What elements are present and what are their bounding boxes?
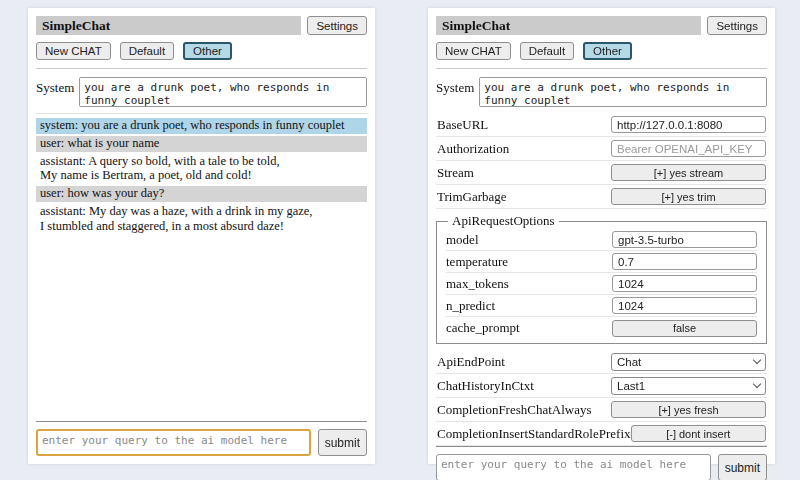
chat-message-list: system: you are a drunk poet, who respon… [36, 113, 367, 236]
app-header: SimpleChat Settings [436, 16, 767, 35]
setting-row-chat-history-in-ctxt: ChatHistoryInCtxt Last1 [436, 374, 767, 398]
app-header: SimpleChat Settings [36, 16, 367, 35]
completion-fresh-chat-always-label: CompletionFreshChatAlways [437, 402, 592, 418]
setting-row-authorization: Authorization [436, 137, 767, 161]
authorization-label: Authorization [437, 141, 509, 157]
chevron-down-icon [753, 380, 761, 388]
session-toolbar: New CHAT Default Other [36, 42, 367, 60]
chat-panel: SimpleChat Settings New CHAT Default Oth… [28, 8, 375, 464]
setting-row-completion-fresh-chat-always: CompletionFreshChatAlways [+] yes fresh [436, 398, 767, 422]
setting-row-completion-insert-standard-role-prefix: CompletionInsertStandardRolePrefix [-] d… [436, 422, 767, 446]
query-footer: submit [436, 446, 767, 480]
temperature-label: temperature [446, 254, 508, 270]
session-other-button[interactable]: Other [183, 42, 232, 60]
chat-message-system: system: you are a drunk poet, who respon… [36, 118, 367, 134]
completion-insert-toggle-button[interactable]: [-] dont insert [631, 425, 766, 442]
setting-row-model: model [446, 229, 757, 251]
n-predict-input[interactable] [612, 297, 757, 314]
chat-history-in-ctxt-label: ChatHistoryInCtxt [437, 378, 534, 394]
footer-divider [436, 446, 767, 447]
system-prompt-input[interactable]: you are a drunk poet, who responds in fu… [79, 77, 367, 107]
stage: SimpleChat Settings New CHAT Default Oth… [0, 0, 800, 464]
authorization-input[interactable] [611, 140, 766, 157]
chat-message-assistant: assistant: My day was a haze, with a dri… [36, 204, 367, 235]
app-title: SimpleChat [42, 18, 110, 34]
model-label: model [446, 232, 479, 248]
api-endpoint-label: ApiEndPoint [437, 354, 505, 370]
trim-garbage-label: TrimGarbage [437, 189, 507, 205]
toolbar-divider [436, 68, 767, 69]
setting-row-temperature: temperature [446, 251, 757, 273]
chevron-down-icon [753, 356, 761, 364]
model-input[interactable] [612, 231, 757, 248]
toolbar-divider [36, 68, 367, 69]
cache-prompt-toggle-button[interactable]: false [612, 320, 757, 337]
new-chat-button[interactable]: New CHAT [36, 42, 111, 60]
chat-message-user: user: what is your name [36, 136, 367, 152]
base-url-label: BaseURL [437, 117, 488, 133]
base-url-input[interactable] [611, 116, 766, 133]
stream-toggle-button[interactable]: [+] yes stream [611, 164, 766, 181]
api-request-options-legend: ApiRequestOptions [448, 213, 559, 229]
settings-button[interactable]: Settings [707, 16, 767, 35]
query-row: submit [36, 429, 367, 456]
api-request-options-fieldset: ApiRequestOptions model temperature max_… [436, 213, 767, 344]
n-predict-label: n_predict [446, 298, 495, 314]
session-toolbar: New CHAT Default Other [436, 42, 767, 60]
max-tokens-input[interactable] [612, 275, 757, 292]
setting-row-stream: Stream [+] yes stream [436, 161, 767, 185]
completion-fresh-toggle-button[interactable]: [+] yes fresh [611, 401, 766, 418]
chat-history-in-ctxt-select[interactable]: Last1 [611, 377, 766, 395]
cache-prompt-label: cache_prompt [446, 320, 520, 336]
setting-row-cache-prompt: cache_prompt false [446, 317, 757, 339]
chat-message-user: user: how was your day? [36, 186, 367, 202]
new-chat-button[interactable]: New CHAT [436, 42, 511, 60]
submit-button[interactable]: submit [318, 429, 367, 456]
app-title-bar: SimpleChat [436, 16, 701, 35]
chat-message-assistant: assistant: A query so bold, with a tale … [36, 154, 367, 185]
setting-row-max-tokens: max_tokens [446, 273, 757, 295]
query-input[interactable] [436, 454, 711, 480]
system-prompt-row: System you are a drunk poet, who respond… [36, 77, 367, 107]
session-default-button[interactable]: Default [520, 42, 574, 60]
chat-history-selected-value: Last1 [617, 380, 645, 392]
app-title: SimpleChat [442, 18, 510, 34]
submit-button[interactable]: submit [718, 454, 767, 480]
system-prompt-label: System [436, 77, 474, 96]
system-prompt-input[interactable]: you are a drunk poet, who responds in fu… [479, 77, 767, 107]
query-input[interactable] [36, 429, 311, 456]
api-endpoint-select[interactable]: Chat [611, 353, 766, 371]
system-prompt-label: System [36, 77, 74, 96]
setting-row-base-url: BaseURL [436, 113, 767, 137]
settings-button[interactable]: Settings [307, 16, 367, 35]
footer-divider [36, 421, 367, 422]
api-endpoint-selected-value: Chat [617, 356, 641, 368]
max-tokens-label: max_tokens [446, 276, 509, 292]
app-title-bar: SimpleChat [36, 16, 301, 35]
setting-row-trim-garbage: TrimGarbage [+] yes trim [436, 185, 767, 209]
session-other-button[interactable]: Other [583, 42, 632, 60]
query-row: submit [436, 454, 767, 480]
settings-panel: SimpleChat Settings New CHAT Default Oth… [428, 8, 775, 464]
setting-row-n-predict: n_predict [446, 295, 757, 317]
system-prompt-row: System you are a drunk poet, who respond… [436, 77, 767, 107]
temperature-input[interactable] [612, 253, 757, 270]
query-footer: submit [36, 421, 367, 456]
setting-row-api-endpoint: ApiEndPoint Chat [436, 350, 767, 374]
session-default-button[interactable]: Default [120, 42, 174, 60]
completion-insert-standard-role-prefix-label: CompletionInsertStandardRolePrefix [437, 426, 631, 442]
trim-garbage-toggle-button[interactable]: [+] yes trim [611, 188, 766, 205]
stream-label: Stream [437, 165, 474, 181]
